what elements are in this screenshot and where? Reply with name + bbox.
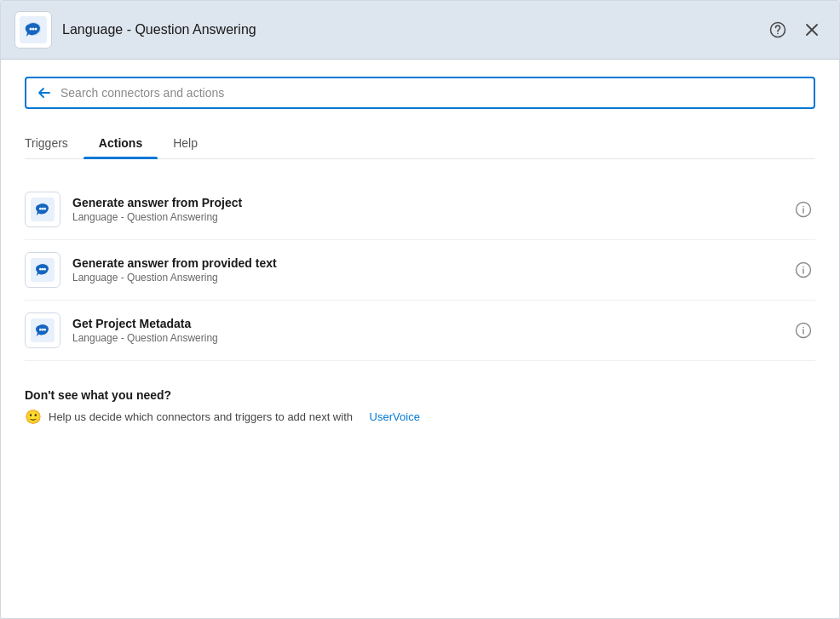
close-button[interactable] <box>798 16 826 43</box>
header-right <box>764 16 826 43</box>
search-bar[interactable] <box>25 77 815 109</box>
action-connector-3: Language - Question Answering <box>72 332 780 344</box>
action-info-icon-3[interactable] <box>791 318 815 342</box>
action-icon-1 <box>25 192 60 227</box>
action-item[interactable]: Get Project Metadata Language - Question… <box>25 301 815 361</box>
action-item[interactable]: Generate answer from Project Language - … <box>25 180 815 240</box>
svg-point-22 <box>803 267 804 268</box>
action-name-1: Generate answer from Project <box>72 196 780 209</box>
header-left: Language - Question Answering <box>14 11 256 49</box>
svg-point-10 <box>39 208 42 210</box>
svg-point-19 <box>43 268 46 271</box>
main-panel: Language - Question Answering <box>0 0 840 619</box>
action-name-2: Generate answer from provided text <box>72 256 780 270</box>
svg-point-18 <box>42 268 44 271</box>
help-button[interactable] <box>764 16 791 43</box>
svg-point-17 <box>39 268 42 271</box>
svg-point-4 <box>35 28 37 31</box>
action-connector-1: Language - Question Answering <box>72 211 780 223</box>
search-input[interactable] <box>60 86 803 100</box>
back-arrow-icon[interactable] <box>37 85 52 100</box>
svg-point-11 <box>42 208 44 210</box>
action-icon-3 <box>25 312 60 348</box>
svg-point-3 <box>32 28 35 31</box>
action-icon-2 <box>25 252 60 288</box>
svg-point-29 <box>803 327 804 329</box>
uservoice-link[interactable]: UserVoice <box>370 410 420 423</box>
footer-title: Don't see what you need? <box>25 388 815 402</box>
svg-point-26 <box>43 329 46 331</box>
action-name-3: Get Project Metadata <box>72 317 780 330</box>
svg-point-15 <box>803 206 804 208</box>
panel-body: Triggers Actions Help Generate an <box>1 60 839 618</box>
close-icon <box>805 23 819 37</box>
panel-title: Language - Question Answering <box>62 22 256 37</box>
connector-logo-svg <box>20 16 47 43</box>
action-info-2: Generate answer from provided text Langu… <box>72 256 780 284</box>
help-icon <box>769 21 786 38</box>
smiley-icon: 🙂 <box>25 409 42 425</box>
action-info-icon-2[interactable] <box>791 258 815 282</box>
svg-point-6 <box>777 33 779 35</box>
svg-point-12 <box>43 208 46 210</box>
footer-section: Don't see what you need? 🙂 Help us decid… <box>25 388 815 425</box>
tab-actions[interactable]: Actions <box>83 129 158 158</box>
tab-triggers[interactable]: Triggers <box>25 129 83 158</box>
footer-text: 🙂 Help us decide which connectors and tr… <box>25 409 815 425</box>
panel-header: Language - Question Answering <box>1 1 839 60</box>
action-info-1: Generate answer from Project Language - … <box>72 196 780 223</box>
actions-list: Generate answer from Project Language - … <box>25 180 815 361</box>
action-item[interactable]: Generate answer from provided text Langu… <box>25 240 815 301</box>
svg-point-24 <box>39 329 42 331</box>
svg-point-25 <box>42 329 44 331</box>
tabs-bar: Triggers Actions Help <box>25 129 815 159</box>
footer-text-content: Help us decide which connectors and trig… <box>49 410 353 423</box>
tab-help[interactable]: Help <box>158 129 213 158</box>
action-info-icon-1[interactable] <box>791 198 815 221</box>
connector-logo <box>14 11 52 49</box>
action-info-3: Get Project Metadata Language - Question… <box>72 317 780 344</box>
action-connector-2: Language - Question Answering <box>72 272 780 284</box>
svg-point-2 <box>30 28 32 31</box>
